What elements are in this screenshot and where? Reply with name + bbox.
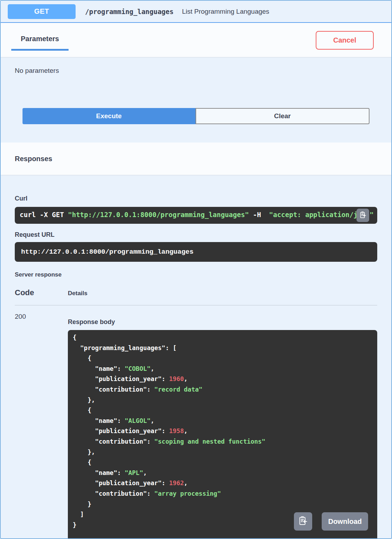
copy-curl-button[interactable]	[356, 209, 369, 222]
no-parameters-text: No parameters	[1, 57, 391, 75]
response-body-label: Response body	[68, 318, 377, 326]
cancel-button[interactable]: Cancel	[316, 31, 374, 50]
status-code: 200	[15, 313, 68, 539]
operation-path: /programming_languages	[85, 8, 174, 15]
response-row-200: 200 Response body { "programming_languag…	[15, 305, 377, 539]
response-table-header: Code Details	[15, 288, 377, 297]
method-badge: GET	[8, 4, 76, 19]
tab-parameters-label: Parameters	[21, 35, 59, 43]
clipboard-arrow-icon	[298, 516, 308, 527]
response-body-json: { "programming_languages": [ { "name": "…	[68, 330, 377, 533]
curl-command: curl -X GET "http://127.0.0.1:8000/progr…	[15, 207, 377, 222]
spacer	[1, 124, 391, 142]
response-body-box: { "programming_languages": [ { "name": "…	[68, 330, 377, 539]
parameters-header: Parameters Cancel	[1, 23, 391, 57]
copy-response-button[interactable]	[294, 512, 312, 531]
responses-header: Responses	[1, 142, 391, 175]
operation-description: List Programming Languages	[182, 8, 269, 15]
details-column-header: Details	[68, 290, 88, 297]
code-column-header: Code	[15, 288, 68, 297]
server-response-label: Server response	[15, 271, 377, 278]
operation-block-get: GET /programming_languages List Programm…	[0, 0, 392, 539]
responses-body: Curl curl -X GET "http://127.0.0.1:8000/…	[1, 195, 391, 539]
tab-parameters[interactable]: Parameters	[11, 35, 69, 51]
curl-box: curl -X GET "http://127.0.0.1:8000/progr…	[15, 207, 377, 224]
request-url-box: http://127.0.0.1:8000/programming_langua…	[15, 242, 377, 262]
execute-button[interactable]: Execute	[23, 108, 195, 124]
clipboard-arrow-icon	[359, 211, 367, 220]
clear-button[interactable]: Clear	[195, 108, 370, 124]
responses-title: Responses	[15, 155, 52, 163]
execute-button-group: Execute Clear	[23, 108, 369, 124]
download-button[interactable]: Download	[322, 512, 368, 531]
operation-summary[interactable]: GET /programming_languages List Programm…	[1, 1, 391, 23]
request-url-label: Request URL	[15, 231, 377, 239]
parameters-body: No parameters Execute Clear	[1, 57, 391, 142]
request-url-value: http://127.0.0.1:8000/programming_langua…	[15, 248, 193, 256]
curl-label: Curl	[15, 195, 377, 202]
response-details: Response body { "programming_languages":…	[68, 313, 377, 539]
